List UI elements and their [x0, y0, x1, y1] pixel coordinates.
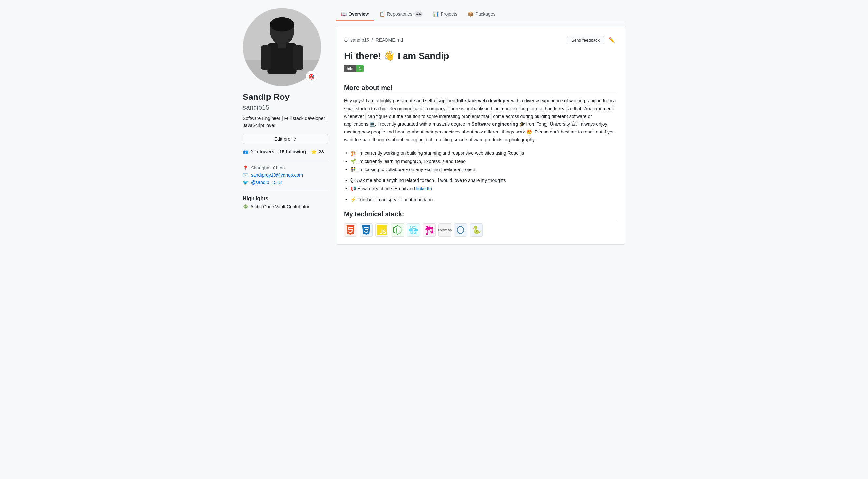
readme-header: ⊙ sandip15 / README.md Send feedback ✏️	[344, 35, 617, 45]
tech-stack-heading: My technical stack:	[344, 210, 617, 220]
email-link[interactable]: sandiproy10@yahoo.com	[251, 172, 303, 178]
tab-repositories[interactable]: 📋 Repositories 44	[374, 8, 428, 21]
sidebar-divider	[243, 160, 328, 160]
tab-projects[interactable]: 📊 Projects	[428, 8, 463, 21]
highlights-item-label: Arctic Code Vault Contributor	[250, 204, 309, 209]
tech-js	[375, 224, 389, 237]
main-content: 📖 Overview 📋 Repositories 44 📊 Projects …	[336, 8, 625, 245]
profile-username: sandip15	[243, 104, 328, 111]
edit-profile-button[interactable]: Edit profile	[243, 134, 328, 144]
avatar-badge: 🎯	[306, 71, 317, 82]
highlights-item: ✳️ Arctic Code Vault Contributor	[243, 204, 328, 209]
bullet-2: 🌱 I'm currently learning mongoDb, Expres…	[344, 158, 617, 166]
tabs-nav: 📖 Overview 📋 Repositories 44 📊 Projects …	[336, 8, 625, 21]
svg-rect-8	[278, 43, 286, 48]
bullet-5: 📢 How to reach me: Email and linkedIn	[344, 185, 617, 193]
pencil-icon: ✏️	[609, 37, 615, 43]
intro-paragraph: Hey guys! I am a highly passionate and s…	[344, 97, 617, 144]
location-text: Shanghai, China	[251, 165, 285, 170]
location-item: 📍 Shanghai, China	[243, 165, 328, 170]
send-feedback-button[interactable]: Send feedback	[567, 36, 604, 44]
book-icon: 📖	[341, 11, 346, 17]
highlights-title: Highlights	[243, 196, 328, 202]
readme-actions: Send feedback ✏️	[567, 35, 617, 45]
avatar-container: 🎯	[243, 8, 321, 87]
twitter-icon: 🐦	[243, 180, 248, 185]
bullet-3: 👫 I'm looking to collaborate on any exci…	[344, 166, 617, 174]
sidebar-divider-2	[243, 190, 328, 191]
tab-packages-label: Packages	[475, 11, 495, 17]
bullet-6: ⚡ Fun fact: I can speak fluent mandarin	[344, 196, 617, 204]
repositories-count: 44	[414, 11, 423, 17]
tech-graphql	[423, 224, 436, 237]
svg-rect-6	[293, 45, 303, 70]
tab-repositories-label: Repositories	[387, 11, 412, 17]
package-icon: 📦	[468, 11, 473, 17]
bullets-list: 🏗️ I'm currently working on building stu…	[344, 149, 617, 204]
profile-name: Sandip Roy	[243, 92, 328, 102]
tech-python: 🐍	[470, 224, 483, 237]
edit-readme-button[interactable]: ✏️	[607, 35, 617, 45]
sparkle-icon: ✳️	[243, 204, 248, 209]
tab-projects-label: Projects	[440, 11, 457, 17]
bullet-1: 🏗️ I'm currently working on building stu…	[344, 149, 617, 158]
readme-title: Hi there! 👋 I am Sandip	[344, 50, 617, 61]
tech-html5	[344, 224, 357, 237]
star-icon: ⭐	[311, 149, 317, 155]
following-link[interactable]: 15 following	[279, 149, 306, 155]
readme-content: Hi there! 👋 I am Sandip hits 1 More abou…	[344, 50, 617, 237]
hits-badge: hits 1	[344, 65, 364, 72]
tech-react	[407, 224, 420, 237]
linkedin-link[interactable]: linkedIn	[416, 186, 432, 192]
tab-overview[interactable]: 📖 Overview	[336, 8, 374, 21]
tech-mysql	[454, 224, 467, 237]
hits-value: 1	[356, 65, 364, 72]
stars-link[interactable]: 28	[319, 149, 324, 155]
repo-icon: 📋	[379, 11, 385, 17]
more-about-heading: More about me!	[344, 84, 617, 94]
twitter-link[interactable]: @sandip_1513	[251, 180, 282, 185]
project-icon: 📊	[433, 11, 439, 17]
sidebar: 🎯 Sandip Roy sandip15 Software Engineer …	[243, 8, 328, 245]
readme-card: ⊙ sandip15 / README.md Send feedback ✏️ …	[336, 27, 625, 245]
tech-css3	[360, 224, 373, 237]
hits-label: hits	[344, 65, 356, 72]
twitter-item: 🐦 @sandip_1513	[243, 180, 328, 185]
location-icon: 📍	[243, 165, 248, 170]
spinner-icon: ⊙	[344, 37, 348, 42]
readme-path-user: sandip15	[350, 37, 369, 42]
tech-nodejs	[391, 224, 404, 237]
followers-link[interactable]: 2 followers	[250, 149, 274, 155]
readme-path: ⊙ sandip15 / README.md	[344, 37, 403, 42]
profile-bio: Software Engineer | Full stack developer…	[243, 115, 328, 129]
tech-express: Express	[438, 224, 452, 237]
svg-point-7	[270, 18, 294, 32]
people-icon: 👥	[243, 149, 248, 155]
tab-packages[interactable]: 📦 Packages	[463, 8, 500, 21]
tech-stack: Express 🐍	[344, 224, 617, 237]
followers-row: 👥 2 followers · 15 following · ⭐ 28	[243, 149, 328, 155]
email-icon: ✉️	[243, 172, 248, 178]
bullet-4: 💬 Ask me about anything related to tech …	[344, 176, 617, 184]
svg-rect-5	[261, 45, 271, 70]
email-item: ✉️ sandiproy10@yahoo.com	[243, 172, 328, 178]
readme-path-file: README.md	[376, 37, 403, 42]
contact-list: 📍 Shanghai, China ✉️ sandiproy10@yahoo.c…	[243, 165, 328, 185]
tab-overview-label: Overview	[348, 11, 369, 17]
